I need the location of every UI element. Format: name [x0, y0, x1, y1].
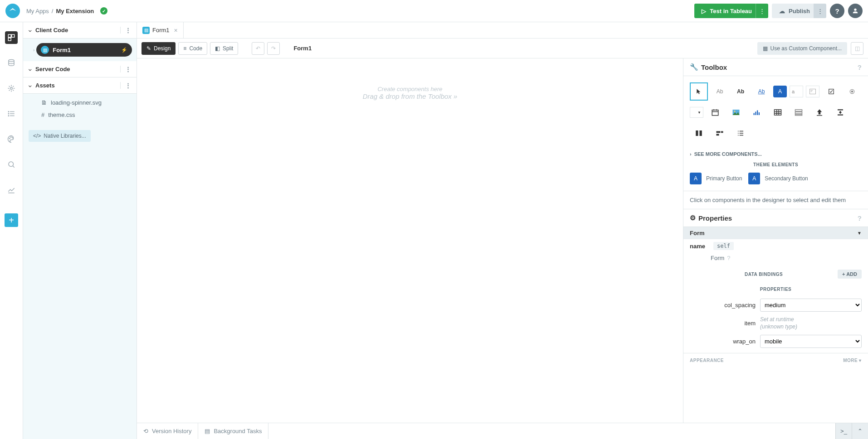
item-value: Set at runtime (unknown type)	[760, 316, 862, 330]
breadcrumb: My Apps / My Extension ✓	[26, 7, 107, 14]
svg-point-12	[10, 138, 10, 139]
svg-point-15	[9, 162, 14, 167]
svg-rect-41	[795, 115, 802, 116]
tool-plot[interactable]	[748, 103, 766, 121]
more-icon[interactable]: ⋮	[120, 82, 131, 89]
breadcrumb-parent[interactable]: My Apps	[26, 8, 49, 14]
history-icon: ⟲	[143, 428, 148, 434]
rail-app-browser-icon[interactable]	[5, 31, 18, 44]
tool-repeating-panel[interactable]	[790, 103, 808, 121]
version-history-button[interactable]: ⟲ Version History	[137, 423, 198, 439]
tool-column-panel[interactable]	[690, 124, 708, 142]
layout-toggle-button[interactable]: ◫	[851, 42, 863, 55]
tool-flow-panel[interactable]	[711, 124, 729, 142]
caret-down-icon: ▼	[857, 231, 862, 236]
split-mode-button[interactable]: ◧ Split	[210, 42, 238, 55]
tool-datagrid[interactable]	[769, 103, 787, 121]
tool-pointer[interactable]	[690, 82, 708, 101]
col-spacing-select[interactable]: medium	[760, 299, 862, 312]
breadcrumb-current[interactable]: My Extension	[56, 8, 94, 14]
asset-theme-css[interactable]: # theme.css	[23, 109, 137, 121]
prop-name-value[interactable]: self	[713, 242, 734, 250]
native-libraries-button[interactable]: </> Native Libraries...	[29, 130, 91, 142]
close-icon[interactable]: ×	[174, 27, 178, 34]
svg-rect-49	[717, 134, 719, 136]
svg-rect-33	[759, 112, 760, 115]
code-mode-button[interactable]: ≡ Code	[178, 42, 207, 55]
tool-link[interactable]: Ab	[752, 82, 770, 101]
use-as-custom-component-button[interactable]: ▦ Use as Custom Component...	[757, 42, 847, 55]
more-icon[interactable]: ⋮	[120, 27, 131, 34]
tool-label[interactable]: Ab	[711, 82, 729, 101]
svg-rect-31	[755, 112, 756, 116]
tool-checkbox[interactable]	[822, 82, 840, 101]
tool-xy-panel[interactable]	[731, 124, 750, 142]
tool-spacer[interactable]	[831, 103, 849, 121]
app-logo[interactable]	[5, 4, 20, 18]
tab-form1[interactable]: ▤ Form1 ×	[137, 22, 184, 38]
help-icon[interactable]: ?	[727, 255, 730, 261]
rail-add-button[interactable]: +	[5, 213, 18, 227]
background-tasks-button[interactable]: ▤ Background Tasks	[198, 423, 268, 439]
tool-image[interactable]	[727, 103, 745, 121]
rail-database-icon[interactable]	[5, 57, 18, 69]
svg-rect-39	[795, 110, 802, 111]
design-mode-button[interactable]: ✎ Design	[141, 42, 176, 55]
svg-rect-43	[838, 109, 843, 110]
publish-button[interactable]: ☁ Publish	[772, 4, 817, 18]
appearance-more-button[interactable]: MORE ▾	[843, 358, 862, 363]
test-dropdown-button[interactable]: ⋮	[756, 4, 768, 18]
more-icon[interactable]: ⋮	[120, 66, 131, 72]
tool-textarea[interactable]	[806, 86, 819, 97]
form-icon: ▤	[41, 46, 49, 54]
help-icon[interactable]: ?	[858, 63, 862, 71]
col-spacing-label: col_spacing	[690, 302, 756, 309]
console-button[interactable]: >_	[835, 423, 852, 439]
see-more-components[interactable]: › SEE MORE COMPONENTS...	[683, 149, 868, 159]
server-code-header[interactable]: ⌵ Server Code ⋮	[23, 61, 137, 77]
tree-item-form1[interactable]: ▤ Form1 ⚡	[36, 43, 132, 57]
add-data-binding-button[interactable]: + ADD	[838, 270, 862, 279]
theme-secondary-button[interactable]: A Secondary Button	[748, 173, 808, 184]
wrap-on-select[interactable]: mobile	[760, 335, 862, 348]
publish-dropdown-button[interactable]: ⋮	[814, 4, 826, 18]
tool-dropdown[interactable]: ▼	[690, 107, 703, 118]
svg-point-28	[734, 111, 736, 112]
tool-radio[interactable]	[843, 82, 861, 101]
svg-rect-44	[838, 115, 843, 116]
tool-textbox[interactable]: a	[790, 86, 803, 97]
assets-header[interactable]: ⌵ Assets ⋮	[23, 77, 137, 94]
collapse-button[interactable]: ⌃	[852, 423, 868, 439]
asset-loading-spinner[interactable]: 🗎 loading-spinner.svg	[23, 96, 137, 109]
redo-button[interactable]: ↷	[267, 42, 280, 55]
tree-expand-arrow[interactable]: ›	[33, 48, 34, 53]
rail-settings-icon[interactable]	[5, 82, 18, 95]
appearance-header: APPEARANCE	[690, 358, 724, 363]
account-button[interactable]	[848, 4, 863, 18]
properties-section-header: PROPERTIES	[683, 282, 868, 296]
list-icon: ≡	[183, 45, 186, 52]
rail-list-icon[interactable]	[5, 107, 18, 120]
rail-theme-icon[interactable]	[5, 133, 18, 145]
properties-header: ⚙ Properties ?	[683, 209, 868, 227]
tool-datepicker[interactable]	[706, 103, 724, 121]
component-type-selector[interactable]: Form ▼	[683, 227, 868, 239]
canvas-placeholder: Create components here Drag & drop from …	[137, 86, 683, 100]
test-in-tableau-button[interactable]: ▷ Test in Tableau	[694, 4, 759, 18]
prop-name-label: name	[690, 243, 708, 250]
tool-label-bold[interactable]: Ab	[731, 82, 750, 101]
tool-button[interactable]: A	[773, 86, 787, 97]
chevron-right-icon: »	[454, 92, 457, 100]
help-icon[interactable]: ?	[858, 214, 862, 222]
theme-primary-button[interactable]: A Primary Button	[690, 173, 742, 184]
rail-search-icon[interactable]	[5, 158, 18, 171]
rail-chart-icon[interactable]	[5, 183, 18, 196]
tool-fileloader[interactable]	[810, 103, 829, 121]
undo-button[interactable]: ↶	[252, 42, 264, 55]
cloud-icon: ☁	[779, 8, 785, 14]
svg-point-4	[9, 60, 14, 62]
help-button[interactable]: ?	[830, 4, 844, 18]
svg-rect-34	[775, 110, 781, 115]
design-canvas[interactable]: Create components here Drag & drop from …	[137, 58, 683, 439]
client-code-header[interactable]: ⌵ Client Code ⋮	[23, 22, 137, 39]
